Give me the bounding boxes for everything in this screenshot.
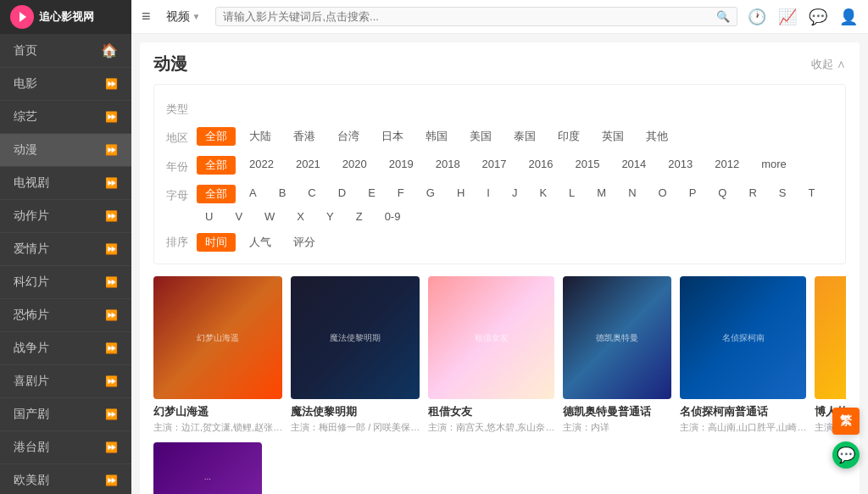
movie-card[interactable]: 德凯奥特曼 德凯奥特曼普通话 主演：内详: [563, 276, 671, 434]
filter-tag-region-日本[interactable]: 日本: [373, 127, 412, 146]
movie-card[interactable]: 魔法使黎明期 魔法使黎明期 主演：梅田修一郎 / 冈咲美保…: [291, 276, 420, 434]
filter-tag-year-2016[interactable]: 2016: [520, 156, 562, 175]
sort-tag-人气[interactable]: 人气: [241, 233, 280, 252]
filter-tag-letter-U[interactable]: U: [197, 208, 221, 225]
filter-tag-letter-A[interactable]: A: [241, 185, 265, 203]
filter-tag-letter-L[interactable]: L: [560, 185, 583, 203]
filter-tag-letter-0-9[interactable]: 0-9: [376, 208, 409, 225]
filter-tag-letter-C[interactable]: C: [299, 185, 324, 203]
filter-tag-year-全部[interactable]: 全部: [197, 156, 236, 175]
filter-tag-year-2017[interactable]: 2017: [474, 156, 515, 175]
nav-item-video[interactable]: 视频 ▼: [159, 6, 208, 28]
filter-tag-year-2012[interactable]: 2012: [706, 156, 748, 175]
filter-tag-region-泰国[interactable]: 泰国: [505, 127, 544, 146]
filter-tag-year-2018[interactable]: 2018: [427, 156, 469, 175]
filter-tag-region-美国[interactable]: 美国: [461, 127, 500, 146]
sidebar-arrow-icon: ⏩: [105, 177, 118, 189]
sidebar-item-港台剧[interactable]: 港台剧 ⏩: [0, 431, 131, 464]
filter-tag-letter-P[interactable]: P: [681, 185, 705, 203]
filter-tag-letter-Z[interactable]: Z: [348, 208, 371, 225]
chart-icon[interactable]: 📈: [778, 8, 797, 26]
filter-tag-region-印度[interactable]: 印度: [549, 127, 588, 146]
movie-title: 德凯奥特曼普通话: [563, 404, 671, 419]
filter-tag-letter-J[interactable]: J: [504, 185, 526, 203]
filter-tag-region-大陆[interactable]: 大陆: [241, 127, 280, 146]
filter-tag-region-其他[interactable]: 其他: [637, 127, 676, 146]
filter-tag-year-more[interactable]: more: [753, 156, 795, 175]
filter-tag-letter-D[interactable]: D: [330, 185, 354, 203]
filter-row-letter: 字母 全部ABCDEFGHIJKLMNOPQRSTUVWXYZ0-9: [154, 180, 845, 230]
filter-tag-letter-Y[interactable]: Y: [318, 208, 342, 225]
menu-icon[interactable]: ≡: [142, 8, 151, 25]
chat-icon[interactable]: 💬: [809, 8, 827, 26]
sidebar-item-电视剧[interactable]: 电视剧 ⏩: [0, 167, 131, 200]
filter-tag-letter-T[interactable]: T: [800, 185, 824, 203]
filter-tag-letter-K[interactable]: K: [531, 185, 555, 203]
filter-row-category: 类型: [154, 93, 845, 122]
search-icon[interactable]: 🔍: [716, 10, 730, 23]
sidebar-arrow-icon: ⏩: [105, 210, 118, 222]
sidebar-item-科幻片[interactable]: 科幻片 ⏩: [0, 266, 131, 299]
movie-card[interactable]: 幻梦山海遥 幻梦山海遥 主演：边江,贺文潇,锁鲤,赵张…: [153, 276, 282, 434]
filter-tag-year-2021[interactable]: 2021: [287, 156, 329, 175]
filter-tag-region-台湾[interactable]: 台湾: [329, 127, 368, 146]
filter-tag-letter-N[interactable]: N: [620, 185, 644, 203]
sidebar-item-喜剧片[interactable]: 喜剧片 ⏩: [0, 365, 131, 398]
filter-tag-region-英国[interactable]: 英国: [593, 127, 632, 146]
sidebar-label: 动作片: [14, 208, 49, 224]
page-header: 动漫 收起 ∧: [153, 53, 846, 75]
sidebar-item-动作片[interactable]: 动作片 ⏩: [0, 200, 131, 233]
wechat-button[interactable]: 💬: [832, 441, 860, 469]
filter-tag-letter-E[interactable]: E: [359, 185, 384, 203]
filter-tag-letter-S[interactable]: S: [771, 185, 795, 203]
collapse-button[interactable]: 收起 ∧: [811, 57, 846, 72]
sort-tag-时间[interactable]: 时间: [197, 233, 236, 252]
sidebar-item-爱情片[interactable]: 爱情片 ⏩: [0, 233, 131, 266]
filter-tag-year-2014[interactable]: 2014: [613, 156, 654, 175]
chevron-down-icon: ▼: [192, 12, 201, 21]
search-input[interactable]: [223, 10, 716, 23]
filter-tag-letter-W[interactable]: W: [256, 208, 283, 225]
sort-row: 排序 时间人气评分: [154, 230, 845, 255]
user-icon[interactable]: 👤: [839, 8, 858, 26]
filter-tag-letter-R[interactable]: R: [740, 185, 765, 203]
sidebar-item-战争片[interactable]: 战争片 ⏩: [0, 332, 131, 365]
filter-tag-letter-H[interactable]: H: [448, 185, 473, 203]
sidebar-item-欧美剧[interactable]: 欧美剧 ⏩: [0, 464, 131, 494]
filter-tag-region-全部[interactable]: 全部: [197, 127, 236, 146]
filter-tag-letter-F[interactable]: F: [389, 185, 413, 203]
movie-card[interactable]: ... Eah: [153, 442, 262, 494]
sidebar-item-动漫[interactable]: 动漫 ⏩: [0, 134, 131, 167]
filter-tag-year-2015[interactable]: 2015: [566, 156, 608, 175]
filter-tag-letter-G[interactable]: G: [418, 185, 443, 203]
filter-tag-letter-X[interactable]: X: [288, 208, 313, 225]
filter-tag-year-2013[interactable]: 2013: [659, 156, 701, 175]
sidebar-item-首页[interactable]: 首页 🏠: [0, 34, 131, 68]
filter-tag-region-韩国[interactable]: 韩国: [417, 127, 456, 146]
filter-tag-year-2020[interactable]: 2020: [334, 156, 376, 175]
sidebar-item-恐怖片[interactable]: 恐怖片 ⏩: [0, 299, 131, 332]
clock-icon[interactable]: 🕐: [748, 8, 766, 26]
filter-tag-region-香港[interactable]: 香港: [285, 127, 324, 146]
filter-tag-year-2019[interactable]: 2019: [381, 156, 422, 175]
filter-tag-letter-Q[interactable]: Q: [709, 185, 735, 203]
sidebar-item-国产剧[interactable]: 国产剧 ⏩: [0, 398, 131, 431]
filter-tag-letter-V[interactable]: V: [226, 208, 251, 225]
sidebar-item-综艺[interactable]: 综艺 ⏩: [0, 101, 131, 134]
filter-tag-letter-B[interactable]: B: [270, 185, 295, 203]
sidebar-arrow-icon: ⏩: [105, 78, 118, 90]
filter-tag-year-2022[interactable]: 2022: [241, 156, 282, 175]
sort-tag-评分[interactable]: 评分: [285, 233, 324, 252]
traditional-chinese-button[interactable]: 繁: [832, 408, 860, 435]
movie-card[interactable]: 名侦探柯南 名侦探柯南普通话 主演：高山南,山口胜平,山崎…: [680, 276, 806, 434]
sidebar-item-电影[interactable]: 电影 ⏩: [0, 68, 131, 101]
filter-tag-letter-全部[interactable]: 全部: [197, 185, 236, 203]
filter-tag-letter-O[interactable]: O: [650, 185, 676, 203]
movie-poster: 名侦探柯南: [680, 276, 806, 399]
filter-tag-letter-I[interactable]: I: [478, 185, 498, 203]
movie-grid-row2: ... Eah: [153, 442, 846, 494]
search-bar[interactable]: 🔍: [215, 7, 737, 26]
sidebar-label: 港台剧: [14, 440, 49, 455]
movie-card[interactable]: 租借女友 租借女友 主演：南宫天,悠木碧,东山奈…: [428, 276, 554, 434]
filter-tag-letter-M[interactable]: M: [588, 185, 615, 203]
